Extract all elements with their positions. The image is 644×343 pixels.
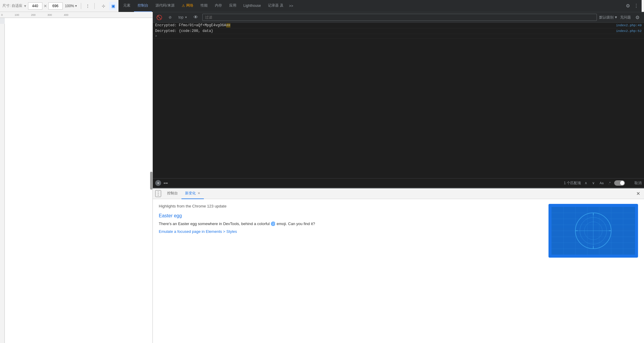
toolbar-separator-1 — [81, 3, 81, 9]
whats-new-content: Highlights from the Chrome 123 update Ea… — [153, 199, 644, 343]
search-next-button[interactable]: ∨ — [591, 180, 596, 186]
tab-recorder-label: 记录器 及 — [268, 3, 283, 8]
expand-icon[interactable]: > — [155, 35, 157, 38]
search-prev-button[interactable]: ∧ — [583, 180, 588, 186]
tab-console-bottom-label: 控制台 — [167, 191, 178, 196]
blueprint-chart — [551, 207, 635, 255]
eye-button[interactable]: 👁 — [192, 13, 200, 21]
width-input[interactable] — [28, 2, 42, 10]
filter-icon: ⊘ — [169, 15, 172, 19]
device-toolbar-button[interactable]: ▣ — [109, 2, 117, 10]
top-toolbar: 尺寸: 自适应 ▼ ✕ 100% ▼ ⋮ ⊹ ▣ 元素 控制台 源代码/来源 ⚠… — [0, 0, 644, 12]
tab-console-label: 控制台 — [138, 3, 148, 8]
context-dropdown-icon: ▼ — [185, 16, 187, 19]
console-output: Encrypted: Ffmo/01+aQf+MpgE4vgO6A== inde… — [153, 23, 644, 178]
tab-application-label: 应用 — [229, 3, 236, 8]
encrypted-value-plain: Ffmo/01+aQf+MpgE4vgO6A — [179, 23, 226, 27]
tab-whats-new[interactable]: 新变化 ✕ — [181, 188, 204, 199]
search-cancel-button[interactable]: 取消 — [634, 181, 642, 186]
tab-whats-new-label: 新变化 — [185, 191, 196, 196]
console-settings-icon: ⚙ — [635, 15, 640, 20]
whats-new-close-button[interactable]: ✕ — [634, 190, 642, 197]
webpage-preview — [5, 18, 152, 343]
size-dropdown-icon: ▼ — [24, 4, 27, 8]
tab-bar: 元素 控制台 源代码/来源 ⚠ 网络 性能 内存 应用 Lighthouse 记… — [118, 0, 642, 12]
regex-button[interactable]: .* — [607, 181, 612, 185]
size-label: 尺寸: 自适应 — [2, 3, 22, 8]
resize-handle[interactable] — [150, 172, 152, 190]
whats-new-tab-close-button[interactable]: ✕ — [198, 191, 200, 195]
devtools-more-button[interactable]: ⋮ — [632, 2, 640, 10]
tab-application[interactable]: 应用 — [226, 0, 240, 12]
search-toggle-area — [614, 180, 632, 186]
tab-console[interactable]: 控制台 — [134, 0, 152, 12]
tab-elements-label: 元素 — [123, 3, 130, 8]
tab-performance-label: 性能 — [201, 3, 208, 8]
tab-elements[interactable]: 元素 — [120, 0, 134, 12]
whats-new-feature-title[interactable]: Easter egg — [159, 213, 543, 219]
filter-toggle-button[interactable]: ⊘ — [166, 13, 174, 21]
tab-recorder[interactable]: 记录器 及 — [264, 0, 287, 12]
size-separator: ✕ — [44, 4, 47, 8]
whats-new-tabs: 控制台 新变化 ✕ — [164, 188, 204, 199]
main-layout: 0 100 200 300 400 🚫 ⊘ top — [0, 12, 644, 343]
console-empty-space — [153, 39, 644, 158]
decrypted-value: {code:200, data} — [179, 29, 213, 33]
devtools-settings-button[interactable]: ⚙ — [624, 2, 632, 10]
tab-sources[interactable]: 源代码/来源 — [152, 0, 178, 12]
more-tabs-button[interactable]: >> — [287, 2, 295, 10]
height-input[interactable] — [48, 2, 63, 10]
whats-new-header: ⋮ 控制台 新变化 ✕ ✕ — [153, 188, 644, 199]
whats-new-feature-link[interactable]: Emulate a focused page in Elements > Sty… — [159, 229, 543, 234]
decrypted-key: Decrypted: — [155, 29, 179, 33]
more-tabs-icon: >> — [289, 4, 293, 8]
ruler-tick-300: 300 — [47, 13, 52, 16]
decrypted-file-link[interactable]: index2.php:52 — [616, 29, 642, 33]
device-icon: ▣ — [111, 4, 115, 8]
console-line-expand: > — [153, 34, 644, 39]
tab-performance[interactable]: 性能 — [197, 0, 211, 12]
more-options-button[interactable]: ⋮ — [84, 2, 92, 10]
console-toolbar: 🚫 ⊘ top ▼ 👁 默认级别 ▼ 无问题 ⚙ — [153, 12, 644, 23]
search-bar: ✕ 1 个匹配项 ∧ ∨ Aa .* 取消 — [153, 178, 644, 188]
tab-console-bottom[interactable]: 控制台 — [164, 188, 181, 199]
zoom-button[interactable]: 100% ▼ — [64, 3, 79, 9]
tab-lighthouse[interactable]: Lighthouse — [240, 0, 265, 12]
tab-lighthouse-label: Lighthouse — [244, 4, 261, 8]
no-issues-label: 无问题 — [620, 15, 631, 20]
ruler-tick-400: 400 — [64, 13, 68, 16]
context-label: top — [178, 15, 184, 19]
level-dropdown-icon: ▼ — [614, 15, 618, 19]
tab-memory[interactable]: 内存 — [211, 0, 226, 12]
feature-desc-text: There's an Easter egg somewhere in DevTo… — [159, 222, 271, 226]
left-panel: 0 100 200 300 400 — [0, 12, 153, 343]
hamburger-menu-button[interactable]: ⋮ — [155, 190, 161, 197]
console-settings-button[interactable]: ⚙ — [633, 13, 642, 21]
encrypted-value-highlight: == — [226, 23, 230, 27]
page-content — [5, 18, 152, 343]
search-match-info: 1 个匹配项 — [564, 181, 581, 186]
encrypted-file-link[interactable]: index2.php:49 — [616, 24, 642, 27]
whats-new-subtitle: Highlights from the Chrome 123 update — [159, 204, 543, 208]
context-selector[interactable]: top ▼ — [177, 15, 189, 20]
tab-network-label: 网络 — [186, 3, 193, 8]
search-clear-button[interactable]: ✕ — [155, 180, 161, 186]
encrypted-key: Encrypted: — [155, 23, 179, 27]
search-input[interactable] — [164, 181, 561, 185]
ruler-tick-0: 0 — [1, 13, 3, 16]
select-element-button[interactable]: ⊹ — [99, 2, 108, 10]
whats-new-panel: ⋮ 控制台 新变化 ✕ ✕ Highlights — [153, 188, 644, 343]
toolbar-separator-2 — [94, 3, 95, 9]
tab-sources-label: 源代码/来源 — [155, 3, 174, 8]
filter-input[interactable] — [202, 14, 597, 21]
level-selector[interactable]: 默认级别 ▼ — [599, 15, 618, 20]
tab-network[interactable]: ⚠ 网络 — [178, 0, 197, 12]
clear-console-button[interactable]: 🚫 — [155, 13, 164, 21]
horizontal-ruler: 0 100 200 300 400 — [0, 12, 152, 18]
zoom-dropdown-icon: ▼ — [75, 4, 77, 7]
devtools-more-icon: ⋮ — [634, 3, 639, 9]
vertical-ruler — [0, 24, 5, 343]
zoom-value: 100% — [65, 4, 74, 8]
ruler-tick-100: 100 — [15, 13, 19, 16]
case-sensitive-button[interactable]: Aa — [598, 181, 605, 185]
